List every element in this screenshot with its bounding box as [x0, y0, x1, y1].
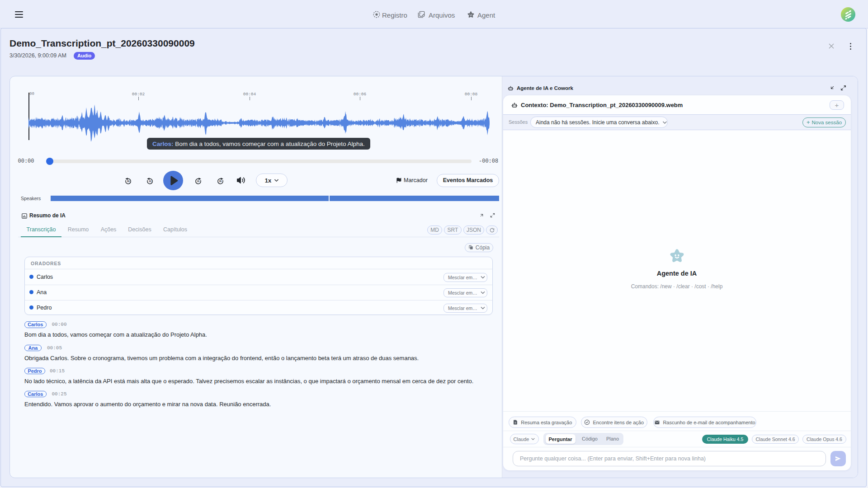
svg-text:30: 30 [219, 180, 222, 183]
svg-text:30: 30 [127, 180, 129, 183]
svg-text:10: 10 [149, 180, 151, 183]
svg-text:10: 10 [197, 180, 199, 183]
